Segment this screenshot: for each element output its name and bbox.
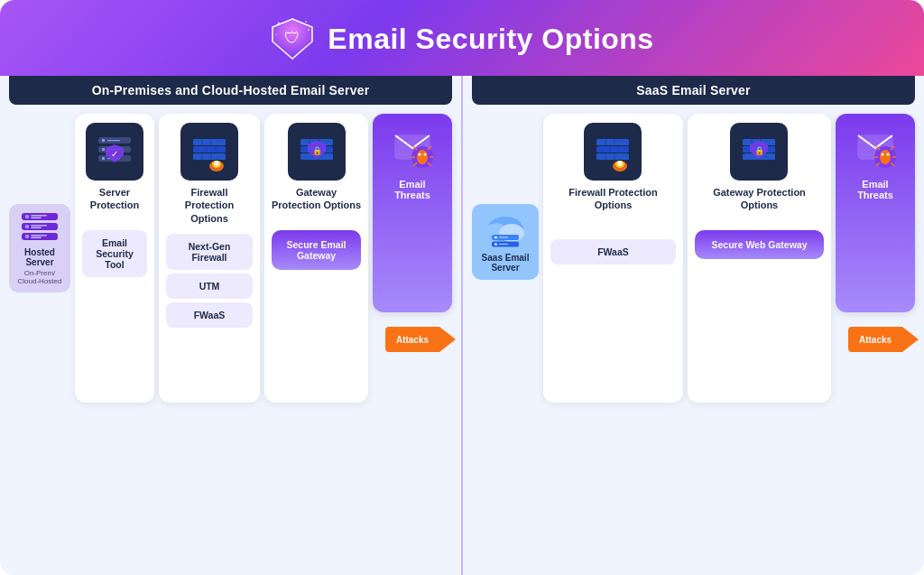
svg-point-3: [305, 21, 307, 23]
svg-rect-64: [499, 237, 508, 238]
svg-text:🔒: 🔒: [311, 145, 322, 156]
gateway-label-right: Gateway Protection Options: [695, 186, 824, 212]
svg-rect-9: [31, 218, 42, 219]
firewall-icon-box-left: [180, 123, 238, 181]
attacks-label-right: Attacks: [859, 335, 892, 345]
right-panel-header: SaaS Email Server: [472, 76, 915, 105]
threats-col-left: Email Threats: [373, 114, 452, 312]
hosted-server-label: Hosted Server: [14, 247, 65, 267]
threats-arrow-col-right: Email Threats Attacks: [836, 114, 915, 352]
firewall-icon-left: [189, 132, 229, 172]
svg-point-40: [214, 161, 219, 166]
svg-rect-16: [31, 235, 47, 236]
gateway-col-right: 🔒 Gateway Protection Options Secure Web …: [688, 114, 831, 403]
hosted-server-box: Hosted Server On-Prem/Cloud-Hosted: [9, 204, 70, 292]
shield-lock-icon: 🛡: [270, 16, 315, 61]
gateway-card-left: 🔒 Gateway Protection Options Secure Emai…: [264, 114, 368, 403]
svg-rect-22: [102, 148, 105, 151]
firewall-card-left: Firewall Protection Options Next-Gen Fir…: [159, 114, 260, 403]
svg-point-90: [882, 153, 884, 156]
gateway-card-right: 🔒 Gateway Protection Options Secure Web …: [688, 114, 831, 403]
firewall-label-right: Firewall Protection Options: [550, 186, 676, 212]
svg-rect-69: [596, 146, 629, 153]
svg-rect-8: [31, 215, 47, 217]
email-threats-label-left: Email Threats: [380, 179, 445, 200]
firewall-icon-right: [593, 132, 633, 172]
svg-rect-25: [102, 157, 105, 160]
svg-point-4: [308, 29, 310, 31]
header: 🛡 Email Security Options: [0, 0, 924, 76]
svg-rect-70: [596, 153, 629, 160]
email-threats-icon-left: [388, 123, 437, 172]
saas-server-label: Saas Email Server: [477, 253, 533, 273]
left-panel-inner: Hosted Server On-Prem/Cloud-Hosted: [9, 114, 452, 566]
gateway-icon-box-right: 🔒: [730, 123, 788, 181]
attacks-label-left: Attacks: [396, 335, 429, 345]
left-panel-header: On-Premises and Cloud-Hosted Email Serve…: [9, 76, 452, 105]
server-stack-icon: [20, 211, 60, 244]
svg-rect-67: [499, 244, 508, 245]
gateway-icon-box-left: 🔒: [288, 123, 346, 181]
svg-rect-19: [102, 139, 105, 142]
gateway-shield-icon-right: 🔒: [739, 132, 779, 172]
gateway-label-left: Gateway Protection Options: [272, 186, 361, 212]
gateway-col-left: 🔒 Gateway Protection Options Secure Emai…: [264, 114, 368, 403]
left-panel: On-Premises and Cloud-Hosted Email Serve…: [0, 76, 463, 575]
svg-rect-20: [107, 140, 120, 141]
firewall-col-left: Firewall Protection Options Next-Gen Fir…: [159, 114, 260, 403]
main-container: 🛡 Email Security Options On-Premises and…: [0, 0, 924, 575]
svg-point-50: [417, 150, 428, 164]
page-title: Email Security Options: [328, 23, 653, 56]
arrow-body-right: Attacks: [848, 327, 902, 352]
svg-rect-13: [31, 227, 42, 229]
email-threats-label-right: Email Threats: [843, 179, 908, 200]
server-protection-label: Server Protection: [82, 186, 147, 212]
gateway-shield-icon-left: 🔒: [297, 132, 337, 172]
arrow-body-left: Attacks: [385, 327, 439, 352]
email-security-tool-item: Email Security Tool: [82, 230, 147, 277]
content-area: On-Premises and Cloud-Hosted Email Serve…: [0, 76, 924, 575]
right-panel: SaaS Email Server: [463, 76, 924, 575]
nextgen-firewall-item: Next-Gen Firewall: [166, 234, 253, 270]
svg-rect-31: [193, 153, 226, 160]
firewall-label-left: Firewall Protection Options: [166, 186, 253, 225]
svg-point-52: [424, 153, 427, 156]
svg-rect-17: [31, 237, 42, 239]
attacks-arrow-right: Attacks: [848, 327, 902, 352]
svg-rect-30: [193, 146, 226, 153]
hosted-server-col: Hosted Server On-Prem/Cloud-Hosted: [9, 114, 70, 292]
svg-rect-15: [25, 235, 29, 238]
threats-col-right: Email Threats: [836, 114, 915, 312]
server-protection-icon-box: ✓: [86, 123, 143, 181]
server-protection-col: ✓ Server Protection Email Security Tool: [75, 114, 154, 403]
svg-point-51: [419, 153, 421, 156]
secure-email-gateway-item: Secure Email Gateway: [272, 230, 361, 270]
firewall-col-right: Firewall Protection Options FWaaS: [543, 114, 683, 403]
svg-rect-66: [494, 244, 497, 246]
secure-web-gateway-item: Secure Web Gateway: [695, 230, 824, 259]
svg-point-79: [617, 161, 623, 166]
svg-rect-68: [596, 139, 629, 145]
server-shield-icon: ✓: [95, 132, 134, 172]
cloud-server-icon: [483, 211, 528, 249]
email-threats-icon-right: [851, 123, 900, 172]
svg-point-89: [880, 150, 891, 164]
fwaas-item-left: FWaaS: [166, 302, 253, 328]
firewall-card-right: Firewall Protection Options FWaaS: [543, 114, 683, 403]
svg-text:🔒: 🔒: [754, 145, 765, 156]
svg-point-91: [887, 153, 890, 156]
utm-item: UTM: [166, 274, 253, 299]
svg-rect-12: [31, 225, 47, 227]
firewall-icon-box-right: [584, 123, 642, 181]
saas-server-box: Saas Email Server: [472, 204, 539, 280]
hosted-server-sub: On-Prem/Cloud-Hosted: [18, 269, 62, 285]
server-protection-card: ✓ Server Protection Email Security Tool: [75, 114, 154, 403]
saas-server-col: Saas Email Server: [472, 114, 539, 280]
right-panel-inner: Saas Email Server: [472, 114, 915, 566]
fwaas-item-right: FWaaS: [550, 239, 676, 264]
svg-text:🛡: 🛡: [284, 29, 300, 47]
svg-rect-29: [193, 139, 226, 145]
attacks-arrow-left: Attacks: [385, 327, 439, 352]
threats-arrow-col-left: Email Threats Attacks: [373, 114, 452, 352]
svg-point-5: [275, 33, 277, 35]
